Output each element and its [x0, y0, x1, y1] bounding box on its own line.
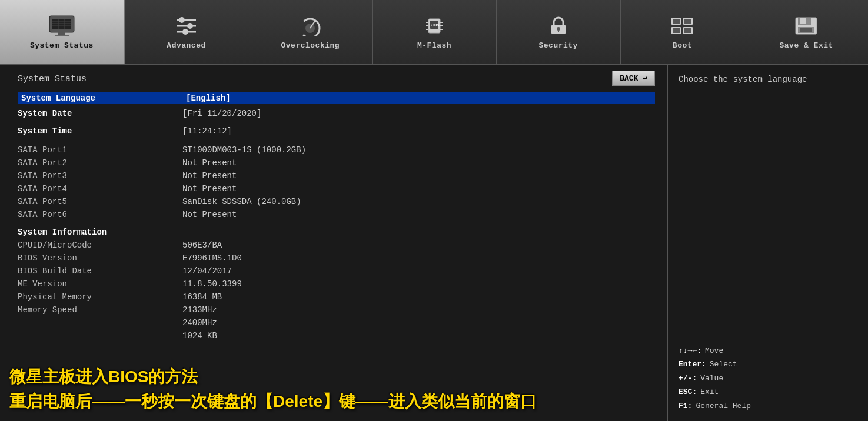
svg-rect-4: [55, 35, 69, 36]
nav-m-flash-label: M-Flash: [417, 41, 451, 50]
sata-port-6-value: Not Present: [182, 210, 237, 219]
sysinfo-label-4: Physical Memory: [18, 292, 182, 302]
sliders-icon: [172, 14, 201, 38]
sysinfo-value-1: E7996IMS.1D0: [182, 253, 242, 263]
overlay-text: 微星主板进入BIOS的方法 重启电脑后——一秒按一次键盘的【Delete】键——…: [0, 360, 667, 421]
system-time-row: System Time [11:24:12]: [18, 126, 655, 136]
svg-rect-37: [673, 28, 680, 33]
back-button[interactable]: BACK ↩: [612, 71, 655, 86]
nav-system-status[interactable]: System Status: [0, 0, 125, 64]
system-time-label: System Time: [18, 126, 182, 136]
nav-system-status-label: System Status: [30, 41, 94, 50]
system-date-label: System Date: [18, 109, 182, 118]
sysinfo-value-2: 12/04/2017: [182, 266, 232, 276]
sata-port-3-label: SATA Port3: [18, 171, 182, 181]
nav-boot-label: Boot: [673, 41, 692, 50]
key-desc-0: Move: [705, 344, 723, 357]
sysinfo-label-0: CPUID/MicroCode: [18, 240, 182, 250]
help-text: Choose the system language: [679, 73, 857, 86]
sysinfo-label-2: BIOS Build Date: [18, 266, 182, 276]
sysinfo-row-4: Physical Memory16384 MB: [18, 292, 655, 302]
nav-overclocking[interactable]: Overclocking: [248, 0, 373, 64]
svg-point-29: [557, 27, 560, 31]
nav-boot[interactable]: Boot: [621, 0, 745, 64]
system-time-value: [11:24:12]: [182, 126, 232, 136]
nav-security-label: Security: [539, 41, 578, 50]
key-name-3: ESC:: [679, 385, 697, 399]
overlay-line1: 微星主板进入BIOS的方法: [9, 366, 657, 388]
sata-port-5-value: SanDisk SDSSDA (240.0GB): [182, 197, 301, 206]
sysinfo-label-6: [18, 318, 182, 328]
key-desc-4: General Help: [696, 399, 751, 413]
sata-port-5-row: SATA Port5SanDisk SDSSDA (240.0GB): [18, 197, 655, 206]
svg-point-14: [187, 23, 193, 29]
svg-rect-2: [52, 19, 71, 29]
sata-port-6-row: SATA Port6Not Present: [18, 210, 655, 219]
key-hint-4: F1:General Help: [679, 399, 857, 413]
gauge-icon: [296, 14, 324, 38]
overlay-line2: 重启电脑后——一秒按一次键盘的【Delete】键——进入类似当前的窗口: [9, 390, 657, 413]
sysinfo-label-3: ME Version: [18, 279, 182, 289]
sata-port-3-value: Not Present: [182, 171, 237, 181]
key-hint-0: ↑↓→←:Move: [679, 344, 857, 357]
system-info-title: System Information: [18, 228, 182, 237]
top-navigation: System Status Advanced Overclocking: [0, 0, 868, 65]
svg-rect-3: [58, 32, 65, 35]
sysinfo-value-6: 2400MHz: [182, 318, 217, 328]
system-info-title-row: System Information: [18, 228, 655, 237]
system-language-label: System Language: [21, 93, 186, 103]
sata-port-1-value: ST1000DM003-1S (1000.2GB): [182, 145, 306, 155]
svg-point-15: [182, 29, 188, 35]
key-hint-1: Enter:Select: [679, 357, 857, 371]
sata-port-5-label: SATA Port5: [18, 197, 182, 206]
sysinfo-row-7: 1024 KB: [18, 331, 655, 340]
sysinfo-label-5: Memory Speed: [18, 305, 182, 315]
sata-port-4-row: SATA Port4Not Present: [18, 184, 655, 193]
floppy-icon: [792, 14, 820, 38]
key-name-4: F1:: [679, 399, 692, 413]
nav-advanced[interactable]: Advanced: [125, 0, 249, 64]
key-desc-3: Exit: [700, 385, 719, 399]
sysinfo-row-6: 2400MHz: [18, 318, 655, 328]
sysinfo-row-1: BIOS VersionE7996IMS.1D0: [18, 253, 655, 263]
sata-port-3-row: SATA Port3Not Present: [18, 171, 655, 181]
sata-port-2-label: SATA Port2: [18, 158, 182, 168]
right-panel: Choose the system language ↑↓→←:MoveEnte…: [668, 65, 868, 421]
svg-rect-41: [800, 18, 806, 24]
system-info-section: CPUID/MicroCode506E3/BABIOS VersionE7996…: [18, 240, 655, 340]
key-name-0: ↑↓→←:: [679, 344, 701, 357]
monitor-icon: [48, 14, 76, 38]
sata-port-2-value: Not Present: [182, 158, 237, 168]
sysinfo-row-2: BIOS Build Date12/04/2017: [18, 266, 655, 276]
key-name-1: Enter:: [679, 357, 706, 371]
system-language-value: [English]: [186, 93, 231, 103]
system-date-row: System Date [Fri 11/20/2020]: [18, 109, 655, 118]
lock-icon: [544, 14, 573, 38]
sysinfo-value-7: 1024 KB: [182, 331, 217, 340]
chip-icon: BIOS: [420, 14, 448, 38]
nav-overclocking-label: Overclocking: [281, 41, 340, 50]
nav-security[interactable]: Security: [497, 0, 621, 64]
svg-point-13: [179, 17, 185, 23]
system-date-value: [Fri 11/20/2020]: [182, 109, 261, 118]
sysinfo-label-7: [18, 331, 182, 340]
key-hints: ↑↓→←:MoveEnter:Select+/-:ValueESC:ExitF1…: [679, 344, 857, 413]
svg-rect-36: [684, 19, 691, 24]
sysinfo-value-0: 506E3/BA: [182, 240, 222, 250]
key-name-2: +/-:: [679, 372, 697, 385]
sata-port-2-row: SATA Port2Not Present: [18, 158, 655, 168]
nav-m-flash[interactable]: BIOS M-Flash: [373, 0, 497, 64]
sysinfo-row-0: CPUID/MicroCode506E3/BA: [18, 240, 655, 250]
nav-save-exit[interactable]: Save & Exit: [744, 0, 868, 64]
nav-advanced-label: Advanced: [167, 41, 205, 50]
svg-rect-38: [684, 28, 691, 33]
sata-port-6-label: SATA Port6: [18, 210, 182, 219]
sysinfo-value-4: 16384 MB: [182, 292, 222, 302]
svg-rect-43: [800, 28, 812, 32]
svg-text:BIOS: BIOS: [430, 23, 440, 28]
sata-port-1-label: SATA Port1: [18, 145, 182, 155]
system-language-row[interactable]: System Language [English]: [18, 92, 655, 104]
main-area: BACK ↩ System Status System Language [En…: [0, 65, 868, 421]
sata-port-1-row: SATA Port1ST1000DM003-1S (1000.2GB): [18, 145, 655, 155]
sata-port-4-value: Not Present: [182, 184, 237, 193]
